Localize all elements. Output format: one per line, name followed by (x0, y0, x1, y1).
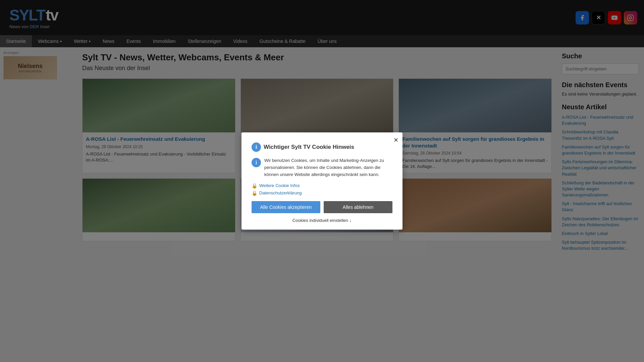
cookie-body-icon: i (252, 158, 261, 167)
cookie-more-info-label: Weitere Cookie Infos (259, 183, 300, 188)
cookie-body: i Wir benutzen Cookies, um Inhalte und M… (252, 157, 392, 178)
cookie-link-icon-2: 🔒 (252, 190, 257, 196)
cookie-body-text: Wir benutzen Cookies, um Inhalte und Mar… (264, 157, 392, 178)
cookie-modal: ✕ i Wichtiger Sylt TV Cookie Hinweis i W… (241, 132, 402, 229)
cookie-info-icon: i (252, 142, 261, 152)
accept-cookies-button[interactable]: Alle Cookies akzeptieren (252, 201, 320, 213)
cookie-header: i Wichtiger Sylt TV Cookie Hinweis (252, 142, 392, 152)
cookie-overlay: ✕ i Wichtiger Sylt TV Cookie Hinweis i W… (0, 0, 644, 362)
cookie-links: 🔒 Weitere Cookie Infos 🔒 Datenschutzerkl… (252, 183, 392, 196)
cookie-privacy-label: Datenschutzerklärung (259, 190, 302, 195)
cookie-close-button[interactable]: ✕ (393, 136, 398, 144)
cookie-link-icon-1: 🔒 (252, 183, 257, 188)
cookie-more-info-link[interactable]: 🔒 Weitere Cookie Infos (252, 183, 392, 188)
cookie-buttons: Alle Cookies akzeptieren Alles ablehnen (252, 201, 392, 213)
cookie-individual-settings[interactable]: Cookies individuell einstellen ↓ (252, 218, 392, 223)
reject-cookies-button[interactable]: Alles ablehnen (324, 201, 392, 213)
cookie-privacy-link[interactable]: 🔒 Datenschutzerklärung (252, 190, 392, 196)
cookie-title: Wichtiger Sylt TV Cookie Hinweis (264, 144, 354, 150)
